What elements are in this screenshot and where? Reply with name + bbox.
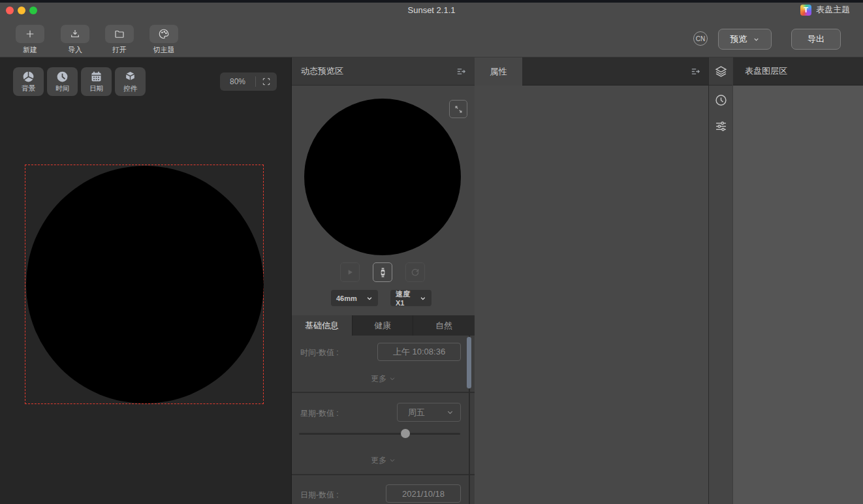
right-icon-strip (708, 57, 732, 504)
background-tool-button[interactable]: 背景 (13, 67, 44, 96)
play-button[interactable] (340, 262, 360, 282)
layers-panel: 表盘图层区 (732, 57, 863, 504)
layers-icon (714, 65, 728, 78)
clock-icon (55, 70, 69, 84)
chevron-down-icon (366, 295, 373, 302)
window-title: Sunset 2.1.1 (0, 5, 863, 15)
tab-properties[interactable]: 属性 (475, 57, 522, 86)
more-toggle-time[interactable]: 更多 (292, 373, 475, 385)
preview-form: 时间-数值 : 上午 10:08:36 更多 星期-数值 : 周五 更多 日期-… (292, 336, 475, 504)
properties-header: 属性 (475, 57, 708, 86)
preview-panel-header: 动态预览区 (292, 57, 475, 86)
app-window: Sunset 2.1.1 T 表盘主题 新建 导入 打开 (0, 0, 863, 504)
tab-basic-info[interactable]: 基础信息 (292, 315, 353, 336)
layers-title: 表盘图层区 (745, 65, 787, 77)
app-icon: T (800, 5, 811, 16)
chevron-down-icon (420, 295, 426, 302)
speed-select[interactable]: 速度 X1 (390, 290, 432, 306)
export-button[interactable]: 导出 (791, 29, 841, 50)
chevron-down-icon (447, 409, 454, 416)
watchface-preview (304, 99, 461, 255)
calendar-icon (89, 70, 103, 84)
widget-tool-button[interactable]: 控件 (115, 67, 146, 96)
chevron-down-icon (389, 457, 396, 464)
preview-panel-title: 动态预览区 (301, 65, 456, 77)
time-value-input[interactable]: 上午 10:08:36 (377, 343, 461, 361)
preview-tabs: 基础信息 健康 自然 (292, 315, 475, 336)
zoom-level: 80% (220, 77, 255, 86)
expand-preview-button[interactable] (449, 100, 467, 118)
watch-size-select[interactable]: 46mm (331, 290, 378, 306)
canvas-panel: 背景 时间 日期 控件 80% (0, 57, 292, 504)
watch-preview-button[interactable] (373, 262, 392, 282)
tab-nature[interactable]: 自然 (413, 315, 475, 336)
palette-icon (149, 25, 178, 43)
week-value-label: 星期-数值 : (300, 408, 339, 419)
open-button[interactable]: 打开 (104, 25, 135, 55)
app-badge: T 表盘主题 (800, 4, 850, 16)
properties-panel: 属性 (475, 57, 708, 504)
more-toggle-week[interactable]: 更多 (292, 455, 475, 466)
layers-header: 表盘图层区 (733, 57, 863, 86)
cube-icon (123, 70, 137, 84)
settings-view-button[interactable] (709, 115, 732, 137)
week-slider-thumb[interactable] (401, 429, 410, 438)
selection-box[interactable] (25, 165, 264, 404)
chevron-down-icon (753, 36, 760, 43)
app-badge-label: 表盘主题 (816, 4, 850, 16)
collapse-panel-icon[interactable] (456, 66, 467, 77)
expand-icon (454, 104, 463, 114)
titlebar-and-toolbar: Sunset 2.1.1 T 表盘主题 新建 导入 打开 (0, 3, 863, 57)
dynamic-preview-panel: 动态预览区 46mm 速度 X1 (292, 57, 475, 504)
time-view-button[interactable] (709, 89, 732, 111)
refresh-icon (411, 268, 420, 277)
preview-button[interactable]: 预览 (718, 29, 772, 50)
preview-area: 46mm 速度 X1 (292, 86, 475, 315)
import-button[interactable]: 导入 (59, 25, 91, 55)
date-value-label: 日期-数值 : (300, 490, 339, 501)
folder-icon (105, 25, 134, 43)
tab-health[interactable]: 健康 (353, 315, 413, 336)
watchface-background-layer[interactable] (26, 166, 264, 403)
watch-icon (378, 268, 388, 277)
refresh-button[interactable] (405, 262, 425, 282)
form-scrollbar-thumb[interactable] (467, 337, 471, 388)
play-icon (345, 268, 354, 277)
week-value-select[interactable]: 周五 (397, 403, 461, 422)
clock-outline-icon (714, 93, 728, 107)
date-value-input[interactable]: 2021/10/18 (386, 484, 461, 503)
collapse-panel-icon[interactable] (690, 66, 701, 77)
layers-view-button[interactable] (709, 57, 732, 86)
new-button[interactable]: 新建 (14, 25, 46, 55)
pie-icon (22, 70, 35, 84)
time-tool-button[interactable]: 时间 (47, 67, 78, 96)
chevron-down-icon (389, 375, 396, 382)
fit-screen-icon[interactable] (256, 77, 277, 86)
zoom-control[interactable]: 80% (220, 72, 277, 91)
switch-theme-button[interactable]: 切主题 (148, 25, 180, 55)
date-tool-button[interactable]: 日期 (81, 67, 112, 96)
plus-icon (16, 25, 44, 43)
language-badge[interactable]: CN (693, 31, 708, 46)
week-slider[interactable] (299, 433, 460, 435)
time-value-label: 时间-数值 : (300, 347, 339, 358)
sliders-icon (714, 119, 728, 133)
import-icon (61, 25, 89, 43)
